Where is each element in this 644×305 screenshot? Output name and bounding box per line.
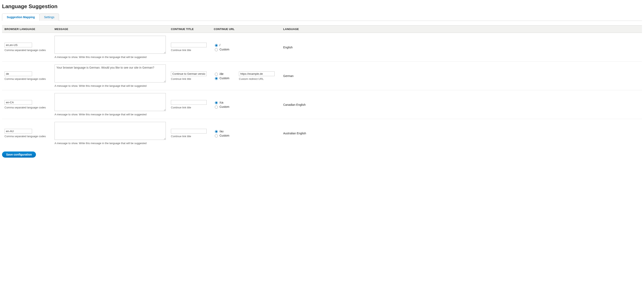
- continue-url-path-radio[interactable]: [215, 73, 218, 76]
- message-textarea[interactable]: [54, 64, 166, 82]
- continue-url-custom-radio[interactable]: [215, 134, 218, 138]
- continue-url-custom-label: Custom: [220, 134, 229, 137]
- table-row: Comma separated language codesA message …: [2, 119, 642, 148]
- th-browser-language: BROWSER LANGUAGE: [2, 26, 52, 33]
- tabs-bar: Suggestion Mapping Settings: [2, 13, 642, 21]
- language-label: Australian English: [281, 119, 642, 148]
- table-row: Comma separated language codesA message …: [2, 90, 642, 119]
- save-button[interactable]: Save configuration: [2, 152, 36, 158]
- continue-url-custom-label: Custom: [220, 105, 229, 108]
- message-help: A message to show. Write this message in…: [54, 55, 166, 59]
- table-row: Comma separated language codesA message …: [2, 62, 642, 90]
- continue-url-path-radio[interactable]: [215, 130, 218, 133]
- continue-url-custom-radio[interactable]: [215, 77, 218, 80]
- browser-language-help: Comma separated language codes: [4, 134, 50, 138]
- continue-title-help: Continue link title: [171, 48, 209, 52]
- continue-url-path-label: /ca: [220, 101, 224, 104]
- continue-url-path-label: /de: [220, 72, 224, 76]
- continue-url-path-label: /au: [220, 130, 224, 133]
- th-message: MESSAGE: [52, 26, 168, 33]
- continue-title-input[interactable]: [171, 129, 207, 134]
- browser-language-help: Comma separated language codes: [4, 77, 50, 81]
- th-language: LANGUAGE: [281, 26, 642, 33]
- continue-url-custom-radio[interactable]: [215, 106, 218, 108]
- continue-title-help: Continue link title: [171, 77, 209, 81]
- message-help: A message to show. Write this message in…: [54, 113, 166, 116]
- message-help: A message to show. Write this message in…: [54, 142, 166, 145]
- language-label: German: [281, 62, 642, 90]
- browser-language-help: Comma separated language codes: [4, 48, 50, 52]
- continue-url-path-label: /: [220, 44, 220, 47]
- browser-language-input[interactable]: [4, 129, 32, 134]
- continue-url-custom-radio[interactable]: [215, 48, 218, 51]
- mapping-table: BROWSER LANGUAGE MESSAGE CONTINUE TITLE …: [2, 25, 642, 148]
- message-textarea[interactable]: [54, 36, 166, 54]
- continue-url-path-radio[interactable]: [215, 44, 218, 47]
- tab-settings[interactable]: Settings: [40, 14, 59, 21]
- language-label: English: [281, 33, 642, 62]
- message-textarea[interactable]: [54, 122, 166, 140]
- continue-url-path-radio[interactable]: [215, 101, 218, 104]
- continue-url-custom-label: Custom: [220, 76, 229, 80]
- browser-language-input[interactable]: [4, 100, 32, 105]
- custom-url-input[interactable]: [239, 72, 275, 76]
- page-title: Language Suggestion: [2, 3, 642, 10]
- continue-url-custom-label: Custom: [220, 48, 229, 51]
- continue-title-help: Continue link title: [171, 134, 209, 138]
- message-help: A message to show. Write this message in…: [54, 84, 166, 88]
- tab-suggestion-mapping[interactable]: Suggestion Mapping: [2, 14, 40, 21]
- continue-title-input[interactable]: [171, 100, 207, 105]
- custom-url-help: Custom redirect URL: [239, 77, 275, 81]
- th-continue-title: CONTINUE TITLE: [168, 26, 211, 33]
- continue-title-input[interactable]: [171, 43, 207, 47]
- table-row: Comma separated language codesA message …: [2, 33, 642, 62]
- browser-language-input[interactable]: [4, 72, 32, 76]
- message-textarea[interactable]: [54, 93, 166, 111]
- th-continue-url: CONTINUE URL: [211, 26, 281, 33]
- browser-language-input[interactable]: [4, 43, 32, 47]
- continue-title-input[interactable]: [171, 72, 207, 76]
- continue-title-help: Continue link title: [171, 106, 209, 110]
- language-label: Canadian English: [281, 90, 642, 119]
- browser-language-help: Comma separated language codes: [4, 106, 50, 110]
